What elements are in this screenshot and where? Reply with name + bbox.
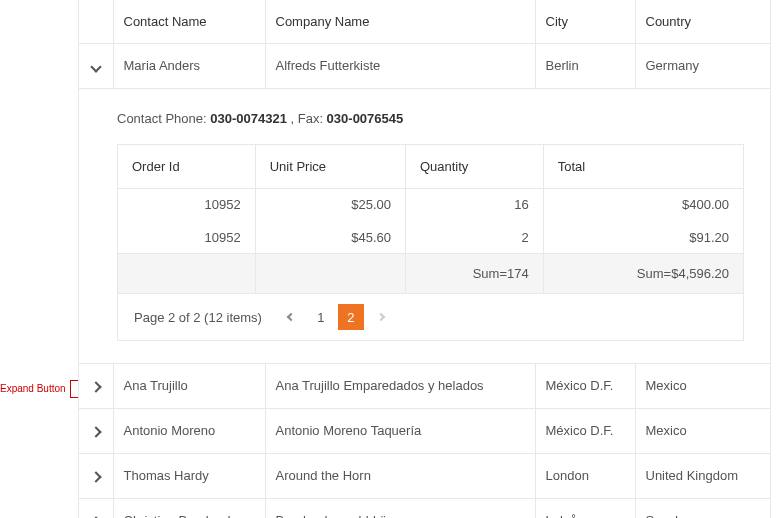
- footer-empty: [118, 254, 256, 294]
- master-detail-grid: Contact Name Company Name City Country M…: [78, 0, 771, 518]
- cell-contact: Ana Trujillo: [113, 364, 265, 409]
- chevron-right-icon: [90, 471, 101, 482]
- phone-value: 030-0074321: [210, 111, 287, 126]
- cell-order-id: 10952: [118, 189, 256, 221]
- expand-button[interactable]: [79, 499, 113, 519]
- chevron-down-icon: [90, 61, 101, 72]
- expand-button-annotation: Expand Button: [0, 383, 66, 394]
- cell-contact: Christina Berglund: [113, 499, 265, 519]
- pager-page-2[interactable]: 2: [338, 304, 364, 330]
- order-row: 10952 $25.00 16 $400.00: [118, 189, 744, 221]
- cell-country: Germany: [635, 44, 771, 89]
- chevron-right-icon: [90, 381, 101, 392]
- footer-total-sum: Sum=$4,596.20: [543, 254, 743, 294]
- fax-label: , Fax:: [287, 111, 327, 126]
- pager-page-1[interactable]: 1: [308, 304, 334, 330]
- cell-company: Ana Trujillo Emparedados y helados: [265, 364, 535, 409]
- chevron-right-icon: [377, 313, 385, 321]
- cell-unit-price: $25.00: [255, 189, 405, 221]
- cell-country: Sweden: [635, 499, 771, 519]
- column-header-quantity[interactable]: Quantity: [405, 145, 543, 189]
- cell-city: Luleå: [535, 499, 635, 519]
- header-row: Contact Name Company Name City Country: [79, 0, 771, 44]
- footer-empty: [255, 254, 405, 294]
- cell-quantity: 2: [405, 220, 543, 254]
- expand-button-bracket: [70, 380, 78, 398]
- table-row: Christina Berglund Berglunds snabbköp Lu…: [79, 499, 771, 519]
- phone-label: Contact Phone:: [117, 111, 210, 126]
- chevron-right-icon: [90, 426, 101, 437]
- footer-quantity-sum: Sum=174: [405, 254, 543, 294]
- cell-country: Mexico: [635, 409, 771, 454]
- column-header-contact[interactable]: Contact Name: [113, 0, 265, 44]
- collapse-button[interactable]: [79, 44, 113, 89]
- table-row: Ana Trujillo Ana Trujillo Emparedados y …: [79, 364, 771, 409]
- detail-panel: Contact Phone: 030-0074321 , Fax: 030-00…: [79, 89, 770, 363]
- master-table: Contact Name Company Name City Country M…: [79, 0, 771, 518]
- cell-contact: Thomas Hardy: [113, 454, 265, 499]
- cell-order-id: 10952: [118, 220, 256, 254]
- column-header-unit-price[interactable]: Unit Price: [255, 145, 405, 189]
- orders-footer-row: Sum=174 Sum=$4,596.20: [118, 254, 744, 294]
- cell-city: México D.F.: [535, 409, 635, 454]
- cell-contact: Antonio Moreno: [113, 409, 265, 454]
- expand-button[interactable]: [79, 409, 113, 454]
- cell-unit-price: $45.60: [255, 220, 405, 254]
- detail-row: Contact Phone: 030-0074321 , Fax: 030-00…: [79, 89, 771, 364]
- cell-total: $400.00: [543, 189, 743, 221]
- cell-country: United Kingdom: [635, 454, 771, 499]
- cell-country: Mexico: [635, 364, 771, 409]
- column-header-expand: [79, 0, 113, 44]
- cell-quantity: 16: [405, 189, 543, 221]
- cell-company: Alfreds Futterkiste: [265, 44, 535, 89]
- cell-city: Berlin: [535, 44, 635, 89]
- table-row: Thomas Hardy Around the Horn London Unit…: [79, 454, 771, 499]
- table-row: Maria Anders Alfreds Futterkiste Berlin …: [79, 44, 771, 89]
- column-header-country[interactable]: Country: [635, 0, 771, 44]
- orders-header-row: Order Id Unit Price Quantity Total: [118, 145, 744, 189]
- column-header-city[interactable]: City: [535, 0, 635, 44]
- cell-company: Antonio Moreno Taquería: [265, 409, 535, 454]
- chevron-left-icon: [287, 313, 295, 321]
- fax-value: 030-0076545: [327, 111, 404, 126]
- cell-total: $91.20: [543, 220, 743, 254]
- orders-table: Order Id Unit Price Quantity Total 10952…: [117, 144, 744, 294]
- expand-button[interactable]: [79, 454, 113, 499]
- pager-prev-button[interactable]: [278, 304, 304, 330]
- cell-contact: Maria Anders: [113, 44, 265, 89]
- cell-company: Around the Horn: [265, 454, 535, 499]
- cell-company: Berglunds snabbköp: [265, 499, 535, 519]
- table-row: Antonio Moreno Antonio Moreno Taquería M…: [79, 409, 771, 454]
- orders-pager: Page 2 of 2 (12 items) 1 2: [117, 294, 744, 341]
- column-header-total[interactable]: Total: [543, 145, 743, 189]
- cell-city: México D.F.: [535, 364, 635, 409]
- column-header-company[interactable]: Company Name: [265, 0, 535, 44]
- order-row: 10952 $45.60 2 $91.20: [118, 220, 744, 254]
- pager-info: Page 2 of 2 (12 items): [134, 310, 262, 325]
- cell-city: London: [535, 454, 635, 499]
- expand-button[interactable]: [79, 364, 113, 409]
- column-header-order-id[interactable]: Order Id: [118, 145, 256, 189]
- contact-info: Contact Phone: 030-0074321 , Fax: 030-00…: [117, 111, 744, 126]
- pager-next-button[interactable]: [368, 304, 394, 330]
